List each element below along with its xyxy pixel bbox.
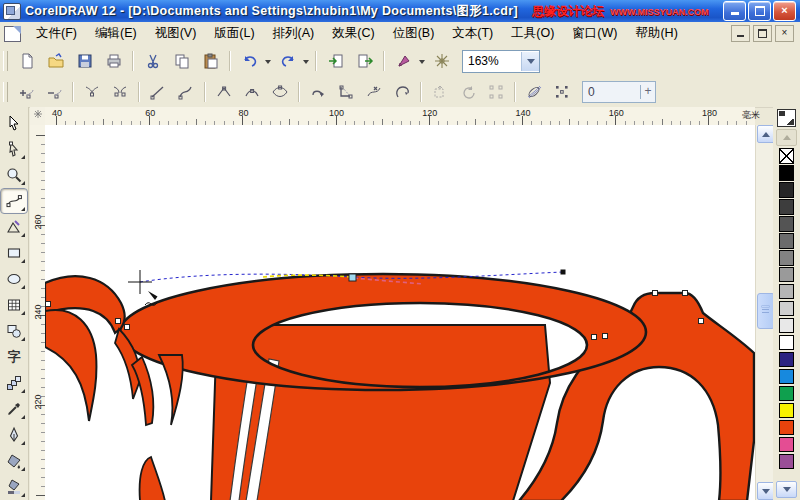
menu-item[interactable]: 排列(A) — [264, 22, 324, 45]
add-node-button[interactable] — [13, 80, 39, 105]
import-button[interactable] — [322, 48, 349, 74]
outline-tool[interactable] — [0, 422, 28, 448]
color-swatch[interactable] — [779, 420, 794, 436]
mdi-restore-button[interactable] — [753, 25, 772, 42]
corel-online-button[interactable] — [428, 48, 455, 74]
document-icon[interactable] — [4, 26, 21, 42]
smart-drawing-tool[interactable] — [0, 214, 28, 240]
eyedropper-tool[interactable] — [0, 396, 28, 422]
basic-shapes-tool[interactable] — [0, 318, 28, 344]
paste-button[interactable] — [197, 48, 224, 74]
undo-dropdown-arrow[interactable] — [265, 60, 271, 67]
color-swatch[interactable] — [779, 403, 794, 419]
color-swatch[interactable] — [779, 284, 794, 300]
menu-item[interactable]: 版面(L) — [205, 22, 263, 45]
selected-node[interactable] — [349, 274, 356, 281]
restore-button[interactable] — [748, 1, 771, 21]
color-swatch[interactable] — [779, 386, 794, 402]
horizontal-ruler[interactable]: 406080100120140160180 — [45, 107, 755, 126]
color-swatch[interactable] — [779, 335, 794, 351]
menu-item[interactable]: 窗口(W) — [563, 22, 626, 45]
app-icon[interactable] — [3, 3, 21, 20]
color-swatch[interactable] — [779, 369, 794, 385]
make-node-smooth-button[interactable] — [239, 80, 265, 105]
convert-line-to-curve-button[interactable] — [173, 80, 199, 105]
color-swatch[interactable] — [779, 199, 794, 215]
close-curve-button[interactable] — [333, 80, 359, 105]
palette-scroll-down-button[interactable] — [776, 481, 797, 498]
color-swatch[interactable] — [779, 301, 794, 317]
color-swatch[interactable] — [779, 318, 794, 334]
color-swatch[interactable] — [779, 437, 794, 453]
application-launcher-button[interactable] — [390, 48, 417, 74]
mdi-close-button[interactable]: × — [775, 25, 794, 42]
minimize-button[interactable] — [723, 1, 746, 21]
rotate-skew-nodes-button[interactable] — [455, 80, 481, 105]
rectangle-tool[interactable] — [0, 240, 28, 266]
color-swatch[interactable] — [779, 454, 794, 470]
zoom-dropdown-button[interactable] — [521, 52, 539, 71]
color-swatch[interactable] — [779, 216, 794, 232]
select-all-nodes-button[interactable] — [549, 80, 575, 105]
launcher-dropdown-arrow[interactable] — [419, 60, 425, 67]
undo-button[interactable] — [236, 48, 263, 74]
vertical-scrollbar[interactable] — [755, 125, 774, 500]
ellipse-tool[interactable] — [0, 266, 28, 292]
export-button[interactable] — [351, 48, 378, 74]
pick-tool[interactable] — [0, 110, 28, 136]
zoom-level-combobox[interactable]: 163% — [462, 50, 540, 73]
toolbar-grip[interactable] — [3, 51, 8, 71]
shape-tool[interactable] — [0, 136, 28, 162]
menu-item[interactable]: 视图(V) — [146, 22, 206, 45]
print-button[interactable] — [100, 48, 127, 74]
new-document-button[interactable] — [13, 48, 40, 74]
close-button[interactable]: × — [773, 1, 796, 21]
interactive-blend-tool[interactable] — [0, 370, 28, 396]
copy-button[interactable] — [168, 48, 195, 74]
make-node-cusp-button[interactable] — [211, 80, 237, 105]
color-swatch[interactable] — [779, 165, 794, 181]
curve-smoothness-spinner[interactable]: 0 + — [582, 81, 656, 103]
reverse-curve-direction-button[interactable] — [305, 80, 331, 105]
menu-item[interactable]: 文本(T) — [443, 22, 502, 45]
stretch-scale-nodes-button[interactable] — [427, 80, 453, 105]
join-two-nodes-button[interactable] — [79, 80, 105, 105]
make-node-symmetrical-button[interactable] — [267, 80, 293, 105]
drawing-canvas[interactable] — [45, 125, 755, 500]
no-fill-swatch[interactable] — [779, 148, 794, 164]
mdi-minimize-button[interactable] — [731, 25, 750, 42]
palette-scroll-up-button[interactable] — [776, 129, 797, 146]
save-button[interactable] — [71, 48, 98, 74]
interactive-fill-tool[interactable] — [0, 474, 28, 500]
zoom-tool[interactable] — [0, 162, 28, 188]
freehand-tool[interactable] — [0, 188, 28, 214]
menu-item[interactable]: 文件(F) — [27, 22, 86, 45]
open-button[interactable] — [42, 48, 69, 74]
menu-item[interactable]: 位图(B) — [384, 22, 444, 45]
color-swatch[interactable] — [779, 250, 794, 266]
align-nodes-button[interactable] — [483, 80, 509, 105]
menu-item[interactable]: 编辑(E) — [86, 22, 146, 45]
color-swatch[interactable] — [779, 352, 794, 368]
break-curve-button[interactable] — [107, 80, 133, 105]
text-tool[interactable]: 字 — [0, 344, 28, 370]
graph-paper-tool[interactable] — [0, 292, 28, 318]
delete-node-button[interactable] — [41, 80, 67, 105]
auto-close-curve-button[interactable] — [389, 80, 415, 105]
ruler-origin[interactable] — [30, 107, 46, 126]
color-swatch[interactable] — [779, 182, 794, 198]
redo-button[interactable] — [274, 48, 301, 74]
control-handle-end[interactable] — [561, 270, 566, 275]
menu-item[interactable]: 效果(C) — [323, 22, 383, 45]
menu-item[interactable]: 帮助(H) — [626, 22, 686, 45]
cut-button[interactable] — [139, 48, 166, 74]
menu-item[interactable]: 工具(O) — [502, 22, 563, 45]
redo-dropdown-arrow[interactable] — [303, 60, 309, 67]
curve-smoothness-handle[interactable]: + — [640, 85, 655, 99]
color-swatch[interactable] — [779, 233, 794, 249]
convert-curve-to-line-button[interactable] — [145, 80, 171, 105]
toolbar-grip[interactable] — [3, 82, 8, 102]
extract-subpath-button[interactable] — [361, 80, 387, 105]
canvas-artwork[interactable] — [45, 125, 755, 500]
fill-tool[interactable] — [0, 448, 28, 474]
